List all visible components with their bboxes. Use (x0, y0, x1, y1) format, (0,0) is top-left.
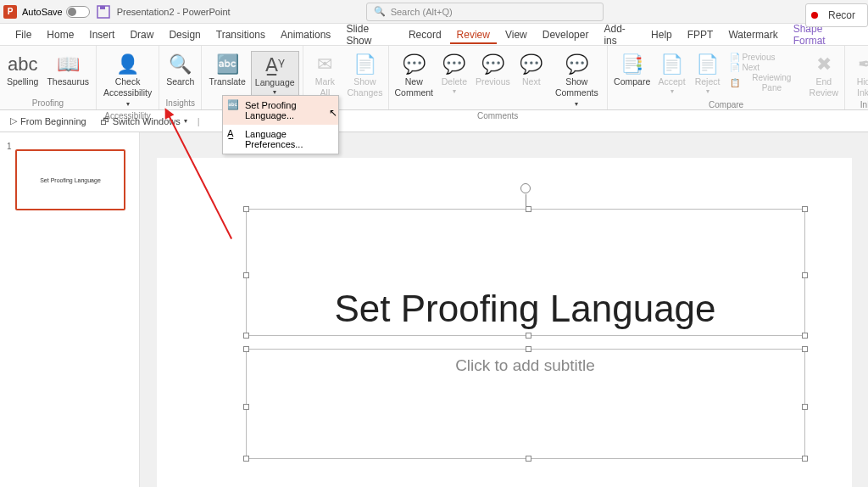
slide: Set Proofing Language Click to add subti… (157, 158, 852, 487)
menu-transitions[interactable]: Transitions (209, 25, 272, 44)
previous-comment-button: 💬Previous (473, 51, 513, 89)
end-review-icon: ✖ (816, 53, 832, 76)
resize-handle[interactable] (802, 346, 808, 352)
slide-thumbnail-1[interactable]: Set Proofing Language (15, 149, 125, 210)
play-icon: ▷ (10, 115, 17, 126)
resize-handle[interactable] (243, 333, 249, 339)
menu-record[interactable]: Record (402, 25, 448, 44)
next-comment-button: 💬Next (515, 51, 548, 89)
previous-change-icon: 📄 (730, 53, 740, 63)
rotation-handle[interactable] (520, 183, 531, 193)
menu-watermark[interactable]: Watermark (721, 25, 784, 44)
compare-nav: 📄Previous 📄Next 📋Reviewing Pane (726, 51, 805, 95)
resize-handle[interactable] (243, 206, 249, 212)
resize-handle[interactable] (243, 456, 249, 462)
title-placeholder[interactable]: Set Proofing Language (246, 209, 805, 336)
menu-draw[interactable]: Draw (123, 25, 160, 44)
search-placeholder: Search (Alt+Q) (391, 7, 453, 17)
subtitle-placeholder[interactable]: Click to add subtitle (246, 349, 805, 459)
language-icon: A̲ᵞ (265, 53, 285, 77)
translate-button[interactable]: 🔤Translate (205, 51, 248, 89)
new-comment-button[interactable]: 💬NewComment (392, 51, 436, 99)
menu-language-preferences[interactable]: A̲Language Preferences... (223, 125, 338, 154)
resize-handle[interactable] (243, 272, 249, 278)
spelling-button[interactable]: abcSpelling (3, 51, 42, 89)
resize-handle[interactable] (802, 272, 808, 278)
new-comment-icon: 💬 (403, 53, 426, 76)
thesaurus-button[interactable]: 📖Thesaurus (43, 51, 92, 89)
reviewing-pane-icon: 📋 (730, 78, 740, 88)
resize-handle[interactable] (243, 404, 249, 410)
show-changes-button: 📄ShowChanges (345, 51, 384, 99)
group-ink: ✒HideInk ▾ Ink (845, 46, 868, 109)
resize-handle[interactable] (802, 456, 808, 462)
content-area: 1 Set Proofing Language Set Proofing Lan… (0, 132, 868, 487)
lang-pref-icon: A̲ (227, 128, 234, 139)
group-label-compare: Compare (709, 99, 743, 111)
svg-rect-1 (100, 6, 105, 9)
menu-help[interactable]: Help (644, 25, 679, 44)
compare-button[interactable]: 📑Compare (611, 51, 654, 89)
translate-icon: 🔤 (216, 53, 239, 76)
resize-handle[interactable] (526, 346, 531, 352)
accessibility-button[interactable]: 👤CheckAccessibility ▾ (100, 51, 155, 110)
search-button[interactable]: 🔍Search (163, 51, 198, 89)
slide-subtitle-text[interactable]: Click to add subtitle (455, 356, 595, 374)
quick-bar: ▷From Beginning 🗗Switch Windows▾ | (0, 110, 868, 132)
accept-button: 📄Accept▾ (655, 51, 689, 97)
chevron-down-icon: ▾ (184, 117, 187, 125)
menu-set-proofing-language[interactable]: 🔤Set Proofing Language... (223, 96, 338, 125)
menu-file[interactable]: File (8, 25, 38, 44)
group-insights: 🔍Search Insights (159, 46, 202, 109)
menu-view[interactable]: View (498, 25, 534, 44)
resize-handle[interactable] (526, 333, 531, 339)
menu-developer[interactable]: Developer (536, 25, 596, 44)
group-comments: 💬NewComment 💬Delete▾ 💬Previous 💬Next 💬Sh… (389, 46, 608, 109)
language-button[interactable]: A̲ᵞLanguage▾ (251, 51, 299, 98)
thesaurus-icon: 📖 (57, 53, 80, 76)
slide-thumbnails: 1 Set Proofing Language (0, 132, 140, 487)
record-button[interactable]: Recor (805, 3, 868, 27)
slide-title-text[interactable]: Set Proofing Language (334, 288, 715, 335)
group-label-ink: Ink (860, 99, 868, 111)
resize-handle[interactable] (802, 333, 808, 339)
menu-animations[interactable]: Animations (274, 25, 337, 44)
group-compare: 📑Compare 📄Accept▾ 📄Reject▾ 📄Previous 📄Ne… (608, 46, 846, 109)
resize-handle[interactable] (526, 206, 531, 212)
document-title: Presentation2 - PowerPoint (117, 7, 231, 17)
autosave-toggle[interactable] (66, 6, 90, 18)
search-input[interactable]: 🔍 Search (Alt+Q) (366, 3, 604, 21)
show-comments-button[interactable]: 💬ShowComments ▾ (550, 51, 604, 110)
group-label-comments: Comments (477, 110, 518, 122)
show-changes-icon: 📄 (353, 53, 376, 76)
resize-handle[interactable] (802, 206, 808, 212)
switch-windows-button[interactable]: 🗗Switch Windows▾ (97, 115, 191, 128)
menu-fppt[interactable]: FPPT (681, 25, 721, 44)
resize-handle[interactable] (526, 456, 531, 462)
spelling-icon: abc (8, 53, 37, 76)
group-accessibility: 👤CheckAccessibility ▾ Accessibility (97, 46, 159, 109)
slide-canvas[interactable]: Set Proofing Language Click to add subti… (140, 132, 868, 487)
search-ribbon-icon: 🔍 (169, 53, 192, 76)
from-beginning-button[interactable]: ▷From Beginning (7, 114, 90, 128)
menu-bar: File Home Insert Draw Design Transitions… (0, 24, 868, 46)
menu-design[interactable]: Design (162, 25, 207, 44)
windows-icon: 🗗 (100, 116, 109, 126)
menu-home[interactable]: Home (40, 25, 81, 44)
proofing-lang-icon: 🔤 (227, 99, 239, 110)
language-dropdown: 🔤Set Proofing Language... A̲Language Pre… (222, 95, 339, 154)
autosave-label: AutoSave (22, 7, 63, 17)
menu-insert[interactable]: Insert (82, 25, 121, 44)
save-icon[interactable] (97, 5, 110, 19)
cursor-icon: ↖ (329, 107, 337, 119)
ribbon: abcSpelling 📖Thesaurus Proofing 👤CheckAc… (0, 46, 868, 110)
reject-button: 📄Reject▾ (691, 51, 725, 97)
mark-all-icon: ✉ (317, 53, 332, 76)
menu-review[interactable]: Review (450, 25, 497, 44)
delete-comment-icon: 💬 (442, 53, 465, 76)
thumb-number: 1 (7, 142, 12, 151)
next-change-icon: 📄 (730, 63, 740, 73)
resize-handle[interactable] (802, 404, 808, 410)
reject-icon: 📄 (696, 53, 719, 76)
resize-handle[interactable] (243, 346, 249, 352)
